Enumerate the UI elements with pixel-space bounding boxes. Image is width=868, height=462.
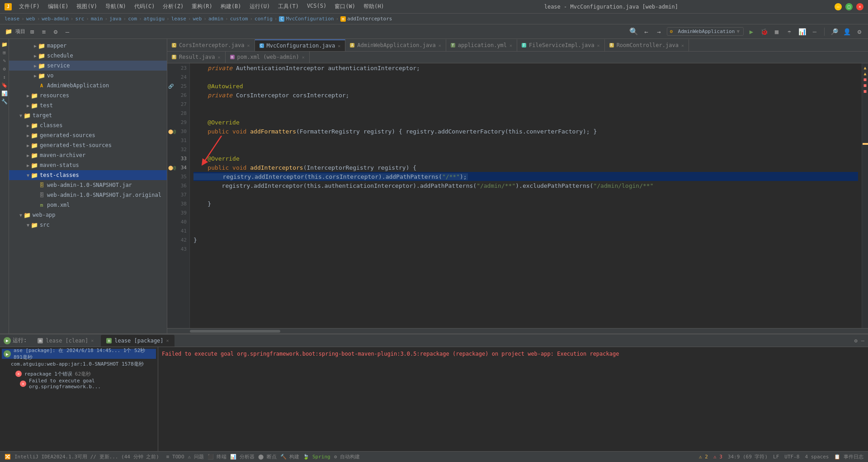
tree-item-jar2[interactable]: ▶ 🗄 web-admin-1.0-SNAPSHOT.jar.original xyxy=(9,190,167,200)
left-icon-6[interactable]: 🔖 xyxy=(1,81,8,89)
tab-close-pom[interactable]: ✕ xyxy=(302,55,305,60)
tree-item-gen-sources[interactable]: ▶ 📁 generated-sources xyxy=(9,130,167,140)
breadcrumb-java[interactable]: java xyxy=(109,16,122,22)
menu-edit[interactable]: 编辑(E) xyxy=(44,2,72,11)
problems-btn[interactable]: ⚠ 问题 xyxy=(188,453,204,460)
breadcrumb-lease2[interactable]: lease xyxy=(171,16,186,22)
breadcrumb-atguigu[interactable]: atguigu xyxy=(144,16,165,22)
menu-file[interactable]: 文件(F) xyxy=(15,2,43,11)
tab-close-result[interactable]: ✕ xyxy=(217,55,220,60)
tree-item-test-classes[interactable]: ▼ 📁 test-classes xyxy=(9,170,167,180)
coverage-button[interactable]: ☂ xyxy=(784,27,794,37)
menu-tools[interactable]: 工具(T) xyxy=(274,2,302,11)
maximize-button[interactable]: □ xyxy=(845,3,853,10)
run-item-webapp[interactable]: com.atguigu:web-app:jar:1.0-SNAPSHOT 157… xyxy=(2,359,156,369)
spring-btn[interactable]: 🍃 Spring xyxy=(303,454,330,460)
left-icon-7[interactable]: 📊 xyxy=(1,90,8,97)
tree-item-test[interactable]: ▶ 📁 test xyxy=(9,100,167,110)
left-icon-3[interactable]: ✎ xyxy=(1,57,8,64)
tab-corsinterceptor[interactable]: C CorsInterceptor.java ✕ xyxy=(167,39,255,51)
navigate-forward[interactable]: → xyxy=(654,27,664,37)
tree-item-gen-test-sources[interactable]: ▶ 📁 generated-test-sources xyxy=(9,140,167,150)
event-log-btn[interactable]: 📋 事件日志 xyxy=(834,453,863,460)
analyzer-btn[interactable]: 📊 分析器 xyxy=(230,453,255,460)
debug-button[interactable]: 🐞 xyxy=(759,27,769,37)
build-btn[interactable]: 🔨 构建 xyxy=(280,453,300,460)
todo-btn[interactable]: ≡ TODO xyxy=(166,454,184,460)
run-item-package[interactable]: ▶ ase [package]: 在 2024/6/18 14:45... 1个… xyxy=(2,349,156,359)
toolbar-btn-4[interactable]: — xyxy=(62,27,72,37)
breakpoints-btn[interactable]: ⬤ 断点 xyxy=(258,453,277,460)
menu-view[interactable]: 视图(V) xyxy=(73,2,101,11)
breadcrumb-addinterceptors[interactable]: maddInterceptors xyxy=(340,16,392,22)
bottom-tab-clean-close[interactable]: ✕ xyxy=(91,338,94,343)
left-icon-1[interactable]: 📁 xyxy=(1,41,8,48)
tab-close-room[interactable]: ✕ xyxy=(681,43,684,48)
more-run-options[interactable]: ⋯ xyxy=(810,27,820,37)
navigate-back[interactable]: ← xyxy=(642,27,651,37)
tree-item-src[interactable]: ▼ 📁 src xyxy=(9,220,167,230)
breadcrumb-web-admin[interactable]: web-admin xyxy=(42,16,69,22)
stop-button[interactable]: ■ xyxy=(772,27,782,37)
tab-applicationyml[interactable]: Y application.yml ✕ xyxy=(446,39,517,51)
tree-item-schedule[interactable]: ▶ 📁 schedule xyxy=(9,51,167,61)
bottom-settings-btn[interactable]: ⚙ xyxy=(854,338,858,344)
breadcrumb-lease[interactable]: lease xyxy=(5,16,19,22)
scrollbar-thumb[interactable] xyxy=(190,330,280,333)
bottom-tab-package[interactable]: m lease [package] ✕ xyxy=(101,335,174,347)
breadcrumb-src[interactable]: src xyxy=(75,16,84,22)
breadcrumb-main[interactable]: main xyxy=(91,16,103,22)
tab-adminwebapp[interactable]: A AdminWebApplication.java ✕ xyxy=(345,39,446,51)
breadcrumb-config[interactable]: config xyxy=(255,16,273,22)
run-item-failed[interactable]: ✕ Failed to execute goal org.springframe… xyxy=(2,379,156,389)
menu-vcs[interactable]: VCS(S) xyxy=(303,2,330,11)
tab-close-cors[interactable]: ✕ xyxy=(247,43,250,48)
left-icon-4[interactable]: ⚙ xyxy=(1,65,8,72)
tree-item-maven-archiver[interactable]: ▶ 📁 maven-archiver xyxy=(9,150,167,160)
tree-item-adminwebapp[interactable]: ▶ A AdminWebApplication xyxy=(9,81,167,90)
profiler-button[interactable]: 📊 xyxy=(797,27,807,37)
breadcrumb-admin[interactable]: admin xyxy=(208,16,223,22)
menu-help[interactable]: 帮助(H) xyxy=(360,2,388,11)
tab-close-fileservice[interactable]: ✕ xyxy=(597,43,600,48)
tab-close-admin[interactable]: ✕ xyxy=(439,43,441,48)
settings-button[interactable]: ⚙ xyxy=(854,27,864,37)
tree-item-target[interactable]: ▼ 📁 target xyxy=(9,110,167,120)
tab-fileserviceimpl[interactable]: F FileServiceImpl.java ✕ xyxy=(517,39,605,51)
breadcrumb-web[interactable]: web xyxy=(26,16,35,22)
tab-close-mvc[interactable]: ✕ xyxy=(338,43,340,48)
tree-item-pomxml[interactable]: ▶ m pom.xml xyxy=(9,200,167,210)
terminal-btn[interactable]: ⬛ 终端 xyxy=(208,453,227,460)
breadcrumb-custom[interactable]: custom xyxy=(230,16,248,22)
search-everywhere-btn[interactable]: 🔍 xyxy=(629,27,639,37)
toolbar-btn-3[interactable]: ⚙ xyxy=(51,27,61,37)
toolbar-btn-1[interactable]: ⊞ xyxy=(27,27,37,37)
menu-code[interactable]: 代码(C) xyxy=(131,2,159,11)
left-icon-5[interactable]: ↕ xyxy=(1,73,8,81)
tab-mvcconfiguration[interactable]: C MvcConfiguration.java ✕ xyxy=(255,39,346,51)
search-button[interactable]: 🔎 xyxy=(829,27,839,37)
breadcrumb-mvcconfig[interactable]: CMvcConfiguration xyxy=(279,16,334,22)
tab-pomxml[interactable]: m pom.xml (web-admin) ✕ xyxy=(226,52,310,63)
menu-window[interactable]: 窗口(W) xyxy=(331,2,359,11)
tree-item-vo[interactable]: ▶ 📁 vo xyxy=(9,71,167,81)
tree-item-maven-status[interactable]: ▶ 📁 maven-status xyxy=(9,160,167,170)
tree-item-resources[interactable]: ▶ 📁 resources xyxy=(9,90,167,100)
run-button[interactable]: ▶ xyxy=(746,27,756,37)
breadcrumb-web2[interactable]: web xyxy=(193,16,202,22)
tab-close-yml[interactable]: ✕ xyxy=(509,43,512,48)
breadcrumb-com[interactable]: com xyxy=(128,16,137,22)
toolbar-btn-2[interactable]: ≡ xyxy=(39,27,49,37)
tree-item-service[interactable]: ▶ 📁 service xyxy=(9,61,167,71)
autobuild-btn[interactable]: ⚙ 自动构建 xyxy=(334,453,360,460)
tree-item-mapper[interactable]: ▶ 📁 mapper xyxy=(9,41,167,51)
left-icon-8[interactable]: 🔧 xyxy=(1,98,8,105)
bottom-minimize-btn[interactable]: — xyxy=(861,338,864,344)
tree-item-webapp[interactable]: ▼ 📁 web-app xyxy=(9,210,167,220)
close-button[interactable]: ✕ xyxy=(856,3,863,10)
menu-run[interactable]: 运行(U) xyxy=(246,2,274,11)
run-item-repackage[interactable]: ✕ repackage 1个错误 62毫秒 xyxy=(2,369,156,379)
menu-refactor[interactable]: 重构(R) xyxy=(188,2,216,11)
tab-result[interactable]: R Result.java ✕ xyxy=(167,52,226,63)
app-selector[interactable]: ⚙AdminWebApplication▼ xyxy=(667,27,744,36)
